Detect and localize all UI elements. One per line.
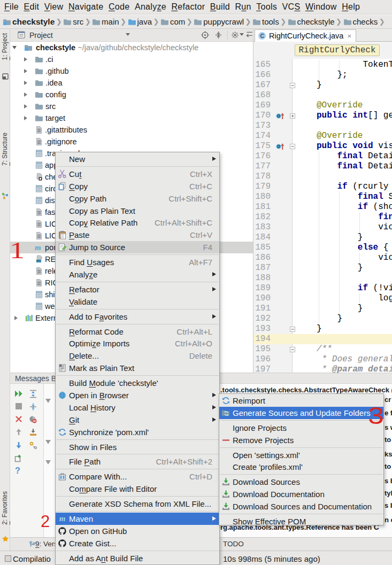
svg-text:C: C	[260, 33, 265, 39]
svg-text:MD: MD	[36, 259, 41, 262]
